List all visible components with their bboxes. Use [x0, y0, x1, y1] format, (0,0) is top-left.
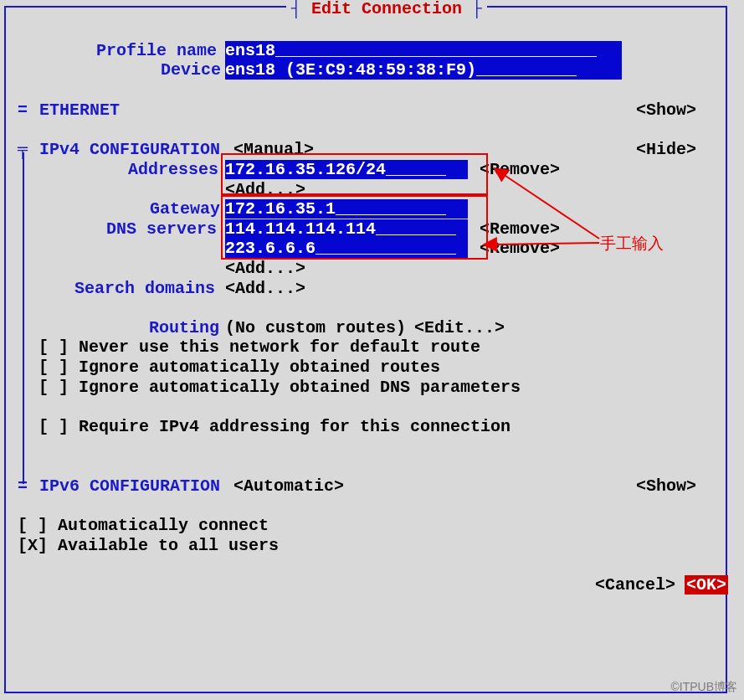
chk-require-ipv4[interactable]: [ ] Require IPv4 addressing for this con…	[38, 417, 511, 436]
dns-remove-button-1[interactable]: <Remove>	[480, 239, 560, 258]
watermark-text: ©ITPUB博客	[670, 680, 737, 695]
chk-ignore-dns[interactable]: [ ] Ignore automatically obtained DNS pa…	[38, 378, 521, 397]
search-domains-label: Search domains	[74, 279, 215, 298]
ok-button[interactable]: <OK>	[685, 575, 728, 594]
routing-label: Routing	[149, 318, 219, 337]
ipv4-heading: IPv4 CONFIGURATION	[39, 140, 220, 159]
ipv6-heading: IPv6 CONFIGURATION	[39, 476, 220, 496]
ethernet-prefix: =	[18, 100, 28, 120]
ipv6-prefix: =	[18, 476, 28, 496]
cancel-button[interactable]: <Cancel>	[595, 575, 675, 594]
ipv4-hide-button[interactable]: <Hide>	[636, 140, 696, 159]
device-input[interactable]: ens18 (3E:C9:48:59:38:F9)__________	[225, 60, 622, 80]
device-label: Device	[161, 60, 221, 80]
ethernet-heading: ETHERNET	[39, 100, 120, 120]
ethernet-show-button[interactable]: <Show>	[636, 100, 696, 120]
profile-name-label: Profile name	[96, 41, 217, 60]
routing-edit-button[interactable]: <Edit...>	[414, 318, 505, 337]
chk-auto-connect[interactable]: [ ] Automatically connect	[18, 516, 269, 535]
annotation-label: 手工输入	[600, 233, 664, 255]
gateway-label: Gateway	[150, 199, 220, 219]
ipv6-mode-select[interactable]: <Automatic>	[233, 476, 344, 496]
search-domains-add-button[interactable]: <Add...>	[225, 279, 305, 298]
ipv4-left-rule	[23, 152, 24, 484]
annotation-box-addresses	[221, 153, 488, 195]
annotation-box-gateway-dns	[221, 195, 488, 260]
dialog-title-bar: ┤ Edit Connection ├	[286, 0, 487, 18]
dialog-title: Edit Connection	[311, 0, 462, 18]
ipv6-show-button[interactable]: <Show>	[636, 476, 696, 496]
chk-ignore-routes[interactable]: [ ] Ignore automatically obtained routes	[38, 358, 440, 377]
chk-never-default[interactable]: [ ] Never use this network for default r…	[38, 337, 480, 357]
address-remove-button-0[interactable]: <Remove>	[480, 160, 560, 179]
dns-label: DNS servers	[106, 219, 217, 239]
dns-remove-button-0[interactable]: <Remove>	[480, 219, 560, 239]
routing-value: (No custom routes)	[225, 318, 406, 337]
dns-add-button[interactable]: <Add...>	[225, 259, 305, 278]
addresses-label: Addresses	[128, 160, 218, 179]
profile-name-input[interactable]: ens18________________________________	[225, 41, 622, 60]
chk-all-users[interactable]: [X] Available to all users	[18, 536, 279, 555]
